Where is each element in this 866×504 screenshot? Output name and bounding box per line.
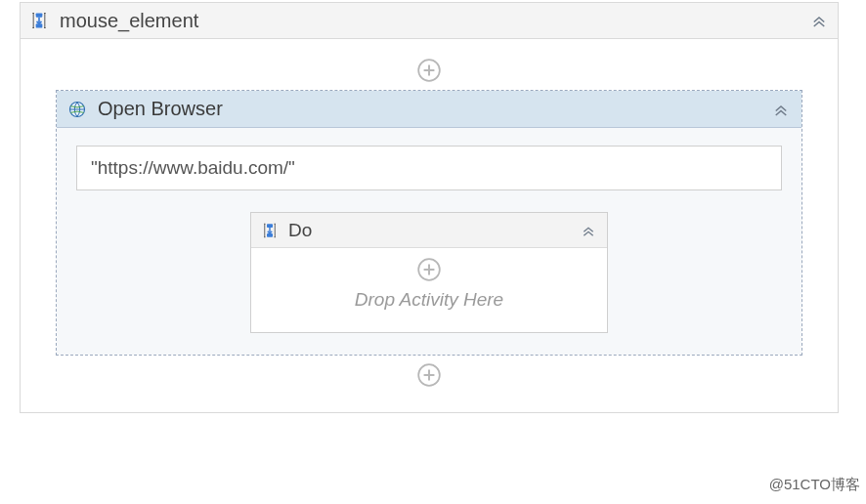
add-activity-bottom: [21, 356, 838, 395]
do-sequence[interactable]: Do: [250, 212, 608, 333]
collapse-icon[interactable]: [578, 220, 599, 241]
plus-icon[interactable]: [415, 361, 443, 389]
sequence-title: mouse_element: [58, 10, 801, 32]
sequence-header[interactable]: mouse_element: [20, 2, 839, 39]
globe-icon: [66, 99, 88, 120]
open-browser-title: Open Browser: [98, 98, 760, 120]
plus-icon[interactable]: [415, 57, 443, 84]
svg-rect-0: [36, 14, 43, 18]
open-browser-activity[interactable]: Open Browser: [56, 90, 802, 356]
do-body: Drop Activity Here: [251, 248, 607, 332]
drop-activity-hint[interactable]: Drop Activity Here: [355, 289, 503, 311]
plus-icon[interactable]: [415, 256, 443, 283]
watermark: @51CTO博客: [769, 476, 860, 494]
svg-rect-4: [267, 224, 273, 228]
collapse-icon[interactable]: [808, 10, 830, 31]
do-title: Do: [288, 220, 570, 241]
sequence-body: Open Browser: [20, 39, 839, 413]
url-input[interactable]: [76, 146, 782, 190]
sequence-mouse-element[interactable]: mouse_element: [20, 2, 839, 413]
open-browser-body: Do: [57, 128, 801, 355]
sequence-icon: [259, 220, 281, 241]
do-header[interactable]: Do: [251, 213, 607, 248]
sequence-icon: [28, 10, 50, 31]
collapse-icon[interactable]: [770, 99, 792, 120]
open-browser-header[interactable]: Open Browser: [57, 91, 801, 128]
add-activity-top: [21, 51, 838, 90]
